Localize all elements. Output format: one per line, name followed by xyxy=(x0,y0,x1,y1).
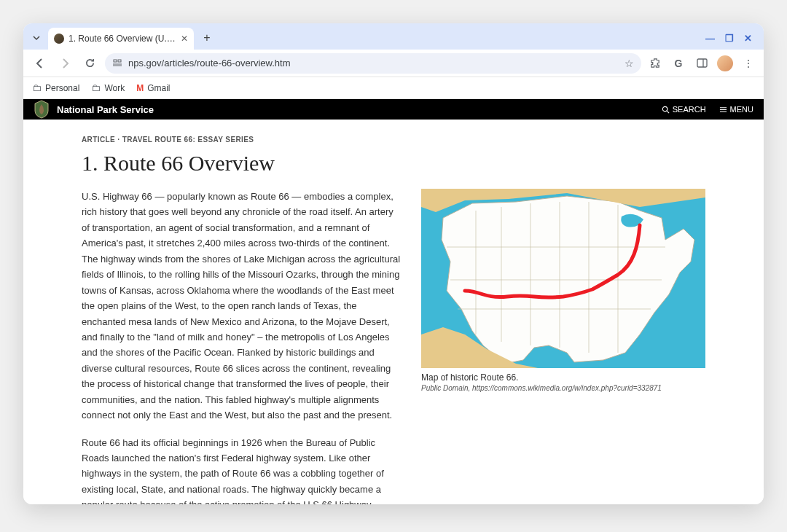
bookmark-star-icon[interactable]: ☆ xyxy=(624,58,634,69)
restore-icon[interactable]: ❐ xyxy=(725,33,734,44)
back-button[interactable] xyxy=(31,54,50,73)
folder-icon: 🗀 xyxy=(91,82,101,93)
url-text: nps.gov/articles/route-66-overview.htm xyxy=(128,58,619,69)
browser-tab-active[interactable]: 1. Route 66 Overview (U.S. Nat ✕ xyxy=(48,28,194,50)
bookmarks-bar: 🗀 Personal 🗀 Work M Gmail xyxy=(23,77,764,99)
bookmark-gmail[interactable]: M Gmail xyxy=(136,83,170,93)
favicon-icon xyxy=(54,34,64,44)
paragraph-2: Route 66 had its official beginnings in … xyxy=(82,435,402,504)
bookmark-label: Gmail xyxy=(147,83,170,93)
map-figure: Map of historic Route 66. Public Domain,… xyxy=(421,189,705,504)
new-tab-button[interactable]: + xyxy=(198,29,216,47)
window-controls: — ❐ ✕ xyxy=(705,33,758,44)
breadcrumb: ARTICLE · TRAVEL ROUTE 66: ESSAY SERIES xyxy=(82,136,705,144)
map-image xyxy=(421,189,705,368)
extension-icons: G ⋮ xyxy=(647,55,756,71)
google-icon[interactable]: G xyxy=(670,55,686,71)
browser-toolbar: nps.gov/articles/route-66-overview.htm ☆… xyxy=(23,50,764,77)
nps-search-button[interactable]: SEARCH xyxy=(662,105,706,114)
nps-site-title[interactable]: National Park Service xyxy=(57,104,154,115)
gmail-icon: M xyxy=(136,83,144,93)
article-body: ARTICLE · TRAVEL ROUTE 66: ESSAY SERIES … xyxy=(23,120,764,504)
address-bar[interactable]: nps.gov/articles/route-66-overview.htm ☆ xyxy=(105,53,641,74)
minimize-icon[interactable]: — xyxy=(705,33,715,44)
map-credit: Public Domain, https://commons.wikimedia… xyxy=(421,384,705,392)
sidepanel-icon[interactable] xyxy=(694,55,710,71)
close-tab-icon[interactable]: ✕ xyxy=(181,34,188,44)
tab-strip: 1. Route 66 Overview (U.S. Nat ✕ + — ❐ ✕ xyxy=(23,23,764,50)
page-content: National Park Service SEARCH MENU ARTICL… xyxy=(23,99,764,504)
tab-search-dropdown[interactable] xyxy=(29,31,44,45)
svg-rect-4 xyxy=(697,59,707,67)
svg-point-6 xyxy=(662,106,667,111)
bookmark-work[interactable]: 🗀 Work xyxy=(91,82,125,93)
nps-menu-button[interactable]: MENU xyxy=(719,105,753,114)
bookmark-label: Work xyxy=(104,83,125,93)
breadcrumb-article: ARTICLE xyxy=(82,136,115,144)
page-title: 1. Route 66 Overview xyxy=(82,151,705,176)
tab-title: 1. Route 66 Overview (U.S. Nat xyxy=(68,34,176,44)
bookmark-label: Personal xyxy=(45,83,79,93)
forward-button[interactable] xyxy=(55,54,74,73)
bookmark-personal[interactable]: 🗀 Personal xyxy=(32,82,79,93)
nps-logo-icon[interactable] xyxy=(34,100,50,119)
browser-menu-icon[interactable]: ⋮ xyxy=(740,55,756,71)
svg-rect-1 xyxy=(118,60,121,62)
browser-window: 1. Route 66 Overview (U.S. Nat ✕ + — ❐ ✕… xyxy=(23,23,764,504)
close-window-icon[interactable]: ✕ xyxy=(744,33,752,44)
svg-line-7 xyxy=(667,111,669,113)
reload-button[interactable] xyxy=(80,54,99,73)
site-info-icon[interactable] xyxy=(112,58,122,69)
profile-avatar[interactable] xyxy=(717,55,733,71)
map-caption: Map of historic Route 66. xyxy=(421,372,705,383)
breadcrumb-series-link[interactable]: TRAVEL ROUTE 66: ESSAY SERIES xyxy=(122,136,254,144)
folder-icon: 🗀 xyxy=(32,82,42,93)
paragraph-1: U.S. Highway 66 — popularly known as Rou… xyxy=(82,189,402,423)
nps-header: National Park Service SEARCH MENU xyxy=(23,99,764,120)
extensions-icon[interactable] xyxy=(647,55,663,71)
svg-rect-0 xyxy=(114,60,117,62)
